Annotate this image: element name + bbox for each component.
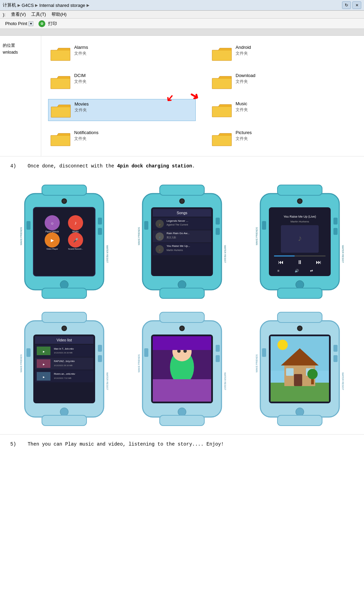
svg-text:Music: Music (72, 230, 79, 233)
step-4-bold: 4pin dock charging station (117, 163, 192, 169)
svg-text:♪: ♪ (298, 233, 302, 243)
svg-rect-94 (333, 228, 338, 235)
svg-text:MAKE FRIENDS: MAKE FRIENDS (255, 354, 258, 372)
svg-point-178 (296, 408, 304, 416)
svg-marker-1 (51, 50, 70, 61)
svg-text:⏮: ⏮ (278, 259, 284, 265)
folder-alarms[interactable]: Alarms 文件夹 (48, 43, 196, 64)
movies-red-arrow: ➜ (163, 91, 178, 106)
file-grid: Alarms 文件夹 Android 文件夹 DCIM 文件夹 ➜ (41, 36, 364, 156)
svg-text:RAPUNZ...tory.mkv: RAPUNZ...tory.mkv (54, 360, 75, 363)
step-4-number: 4) (10, 163, 16, 169)
svg-point-103 (298, 199, 302, 203)
svg-rect-104 (277, 185, 322, 195)
music-red-arrow: ➜ (362, 105, 364, 119)
photo-print-button[interactable]: Photo Print ▼ (3, 20, 36, 27)
svg-rect-161 (160, 415, 204, 426)
svg-text:英文儿歌: 英文儿歌 (167, 236, 176, 239)
svg-point-159 (180, 327, 184, 330)
folder-movies-icon (50, 101, 71, 119)
menu-view[interactable]: 查看(V) (11, 11, 26, 18)
dropdown-arrow[interactable]: ▼ (29, 21, 33, 26)
svg-text:Sound Record...: Sound Record... (68, 248, 83, 250)
svg-rect-127 (98, 355, 102, 362)
folder-notifications-icon (50, 130, 71, 147)
svg-text:Rain Rain Go Aw...: Rain Rain Go Aw... (167, 232, 190, 235)
folder-notifications[interactable]: Notifications 文件夹 (48, 128, 196, 149)
step-5-number: 5) (10, 441, 16, 447)
svg-point-151 (178, 408, 186, 416)
svg-text:Against The Current: Against The Current (167, 223, 188, 226)
menu-tools[interactable]: 工具(T) (31, 11, 46, 18)
folder-music-info: Music 文件夹 (236, 101, 248, 113)
breadcrumb-storage[interactable]: Internal shared storage (39, 3, 85, 8)
print-icon: ✿ (38, 20, 45, 27)
svg-text:Martin Hurkens: Martin Hurkens (291, 220, 309, 223)
svg-point-186 (298, 327, 302, 330)
svg-rect-92 (262, 221, 266, 230)
svg-text:Video Player: Video Player (46, 248, 58, 250)
svg-text:Martin Hurkens: Martin Hurkens (167, 249, 183, 251)
svg-point-75 (180, 199, 184, 203)
svg-rect-125 (26, 348, 31, 357)
svg-rect-85 (274, 255, 295, 256)
section-4: 4) Once done, disconnect with the 4pin d… (0, 156, 364, 180)
print-label[interactable]: 打印 (48, 21, 57, 27)
folder-dcim-name: DCIM (74, 73, 87, 78)
folder-dcim[interactable]: DCIM 文件夹 ➜ (48, 71, 196, 92)
svg-rect-170 (286, 368, 294, 376)
watch-5: MAKE FRIENDS WATER RESIST (132, 310, 232, 427)
svg-text:Man In T...lish.mkv: Man In T...lish.mkv (54, 348, 74, 350)
svg-marker-15 (212, 135, 231, 146)
svg-rect-126 (98, 345, 102, 352)
svg-rect-137 (42, 312, 87, 322)
folder-download[interactable]: Download 文件夹 (209, 71, 357, 92)
close-button[interactable]: ✕ (352, 1, 361, 9)
breadcrumb-pc: 计算机 (3, 2, 16, 8)
folder-pictures[interactable]: Pictures 文件夹 (209, 128, 357, 149)
folder-dcim-info: DCIM 文件夹 (74, 73, 87, 85)
svg-text:You Raise Me Up (Live): You Raise Me Up (Live) (284, 215, 316, 218)
folder-music-type: 文件夹 (236, 107, 248, 113)
svg-text:MAKE FRIENDS: MAKE FRIENDS (138, 354, 140, 372)
sidebar-downloads[interactable]: wnloads (3, 50, 38, 55)
folder-download-type: 文件夹 (236, 79, 255, 85)
folder-download-info: Download 文件夹 (236, 73, 255, 85)
step-4-body: Once done, disconnect with the (27, 163, 117, 169)
folder-pictures-info: Pictures 文件夹 (236, 130, 252, 142)
step-5-body: Then you can Play music and video, liste… (27, 441, 224, 447)
svg-text:Rivers an...orld.mkv: Rivers an...orld.mkv (54, 373, 75, 375)
folder-alarms-type: 文件夹 (74, 51, 88, 56)
svg-text:MAKE FRIENDS: MAKE FRIENDS (20, 227, 22, 245)
svg-marker-9 (51, 107, 70, 117)
step-4-text: 4) Once done, disconnect with the 4pin d… (10, 163, 354, 169)
svg-point-42 (62, 199, 66, 203)
svg-text:⇄: ⇄ (310, 269, 313, 273)
folder-movies[interactable]: Movies 文件夹 ➜ (48, 99, 196, 121)
breadcrumb-g4cs[interactable]: G4CS (22, 3, 34, 8)
svg-rect-43 (42, 185, 87, 195)
folder-pictures-type: 文件夹 (236, 136, 252, 142)
svg-text:WATER RESIST: WATER RESIST (224, 245, 226, 263)
folder-music-icon (212, 101, 232, 118)
folder-music[interactable]: Music 文件夹 ➜ (209, 99, 357, 121)
svg-marker-5 (51, 78, 70, 89)
photo-print-label: Photo Print (5, 21, 27, 26)
breadcrumb-arrow3: ▶ (87, 3, 89, 8)
menu-help[interactable]: 帮助(H) (52, 11, 67, 18)
svg-rect-66 (216, 228, 220, 235)
svg-text:3/13/2023 28.16 MB: 3/13/2023 28.16 MB (54, 364, 72, 366)
folder-alarms-name: Alarms (74, 45, 88, 50)
folder-android[interactable]: Android 文件夹 (209, 43, 357, 64)
svg-text:WATER RESIST: WATER RESIST (106, 372, 109, 390)
svg-rect-149 (216, 345, 220, 352)
breadcrumb-arrow2: ▶ (35, 3, 38, 8)
svg-point-67 (178, 281, 186, 289)
svg-text:You Raise Me Up...: You Raise Me Up... (167, 244, 190, 248)
folder-movies-name: Movies (75, 101, 89, 107)
watch-3-container: You Raise Me Up (Live) Martin Hurkens ♪ … (243, 183, 357, 300)
svg-text:♪: ♪ (159, 248, 161, 252)
svg-rect-64 (144, 221, 148, 230)
svg-rect-76 (160, 185, 204, 195)
refresh-button[interactable]: ↻ (342, 1, 351, 9)
